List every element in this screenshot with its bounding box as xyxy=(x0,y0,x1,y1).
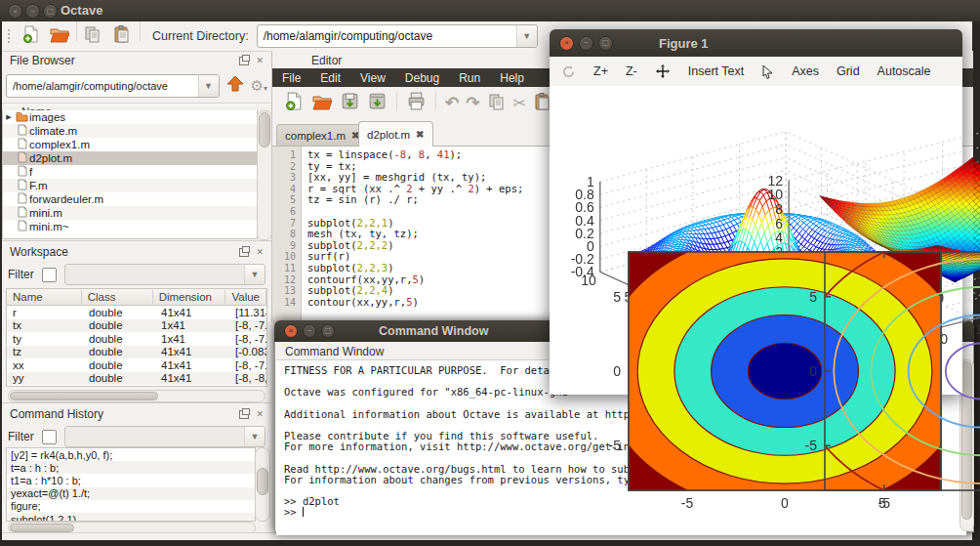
close-icon[interactable]: ✕ xyxy=(256,409,264,419)
new-script-icon[interactable] xyxy=(21,24,41,48)
cell: double xyxy=(83,333,155,345)
file-item[interactable]: mini.m xyxy=(3,206,257,220)
open-file-icon[interactable] xyxy=(49,24,70,48)
save-all-icon[interactable] xyxy=(367,91,388,115)
cursor-icon[interactable] xyxy=(761,64,774,79)
figure-window: × − ▢ Figure 1 Z+Z-Insert TextAxesGridAu… xyxy=(550,29,962,395)
table-row[interactable]: rdouble41x41[11.314 xyxy=(7,306,266,319)
rotate-icon[interactable] xyxy=(561,64,576,79)
table-row[interactable]: tzdouble41x41[-0.083 xyxy=(7,346,266,359)
minimize-icon[interactable]: − xyxy=(579,36,593,51)
close-icon[interactable]: × xyxy=(8,4,22,19)
line-number: 2 xyxy=(272,161,296,173)
history-filter-combobox[interactable]: ▼ xyxy=(64,426,265,447)
copy-icon[interactable] xyxy=(83,24,102,48)
chevron-down-icon[interactable]: ▼ xyxy=(516,25,537,47)
figure-tool-grid[interactable]: Grid xyxy=(837,64,860,78)
figure-tool-axes[interactable]: Axes xyxy=(792,64,819,78)
current-directory-combobox[interactable]: /home/alamgir/computing/octave ▼ xyxy=(257,24,538,48)
history-item[interactable]: figure; xyxy=(7,500,255,513)
history-item[interactable]: [y2] = rk4(a,b,h,y0, f); xyxy=(7,448,255,461)
menu-item-file[interactable]: File xyxy=(272,69,310,87)
file-list-scrollbar[interactable] xyxy=(257,110,272,240)
toolbar-handle[interactable] xyxy=(8,29,14,43)
chevron-down-icon[interactable]: ▼ xyxy=(198,75,219,97)
history-filter-checkbox[interactable] xyxy=(42,430,57,444)
file-icon xyxy=(15,151,29,165)
menu-item-view[interactable]: View xyxy=(350,69,395,87)
menu-item-edit[interactable]: Edit xyxy=(310,69,350,87)
command-window-title: Command Window xyxy=(379,324,488,338)
paste-icon[interactable] xyxy=(112,24,132,48)
history-vscrollbar[interactable] xyxy=(255,447,270,522)
contour-subplot[interactable] xyxy=(778,240,980,533)
table-row[interactable]: xxdouble41x41[-8, -7.6 xyxy=(7,358,266,372)
file-item[interactable]: d2plot.m xyxy=(3,151,257,165)
cut-icon[interactable]: ✂ xyxy=(513,94,526,112)
undo-icon[interactable]: ↶ xyxy=(445,93,459,113)
maximize-icon[interactable]: ▢ xyxy=(43,4,58,19)
maximize-icon[interactable]: ▢ xyxy=(598,36,613,51)
figure-tool-autoscale[interactable]: Autoscale xyxy=(878,64,931,78)
close-icon[interactable]: ✕ xyxy=(256,56,264,65)
text-cursor xyxy=(303,507,304,517)
column-header[interactable]: Class xyxy=(82,290,153,304)
maximize-icon[interactable]: ▢ xyxy=(321,324,335,338)
open-file-icon[interactable] xyxy=(311,92,333,115)
new-script-icon[interactable] xyxy=(284,91,305,115)
close-icon[interactable]: × xyxy=(284,324,298,338)
directory-up-icon[interactable] xyxy=(225,74,245,98)
column-header[interactable]: Name xyxy=(7,290,82,304)
pan-icon[interactable] xyxy=(655,63,671,79)
file-item[interactable]: forwardeuler.m xyxy=(3,192,257,206)
column-header[interactable]: Dimension xyxy=(153,290,226,304)
table-row[interactable]: yydouble41x41[-8, -8, - xyxy=(7,372,266,386)
close-icon[interactable]: × xyxy=(559,36,574,51)
history-item[interactable]: t=a : h : b; xyxy=(7,461,255,474)
toolbar-separator xyxy=(396,91,397,110)
menu-item-debug[interactable]: Debug xyxy=(395,69,449,87)
undock-icon[interactable] xyxy=(239,57,249,65)
menu-item-help[interactable]: Help xyxy=(490,69,534,87)
file-item[interactable]: climate.m xyxy=(3,124,257,138)
file-item[interactable]: mini.m~ xyxy=(3,220,257,233)
line-number: 6 xyxy=(272,206,296,218)
workspace-filter-combobox[interactable]: ▼ xyxy=(64,264,265,285)
file-icon xyxy=(15,192,29,206)
figure-tool-z-[interactable]: Z- xyxy=(626,64,637,78)
file-item[interactable]: f xyxy=(3,165,257,179)
column-header[interactable]: Value xyxy=(225,290,266,304)
tab-d2plot[interactable]: d2plot.m ✖ xyxy=(358,121,433,147)
workspace-filter-checkbox[interactable] xyxy=(42,268,57,282)
file-item[interactable]: complex1.m xyxy=(3,138,257,151)
history-item[interactable]: yexact=@(t) 1./t; xyxy=(7,487,255,500)
table-row[interactable]: tydouble1x41[-8, -7.6 xyxy=(7,332,266,346)
history-item[interactable]: subplot(1,2,1) xyxy=(7,513,255,522)
table-row[interactable]: txdouble1x41[-8, -7.6 xyxy=(7,319,266,333)
figure-tool-z+[interactable]: Z+ xyxy=(593,64,608,78)
settings-gear-icon[interactable]: ⚙▾ xyxy=(251,77,267,95)
file-item[interactable]: ▶images xyxy=(3,110,257,124)
workspace-hscrollbar[interactable] xyxy=(8,390,265,402)
redo-icon[interactable]: ↷ xyxy=(466,93,479,113)
minimize-icon[interactable]: − xyxy=(303,324,316,338)
cell: r xyxy=(7,307,83,318)
code-segment: ) + eps; xyxy=(474,183,524,194)
undock-icon[interactable] xyxy=(239,248,249,257)
figure-tool-insert-text[interactable]: Insert Text xyxy=(688,64,744,78)
expand-caret-icon[interactable]: ▶ xyxy=(3,113,15,121)
save-icon[interactable] xyxy=(340,91,360,115)
file-browser-path-combobox[interactable]: /home/alamgir/computing/octave ▼ xyxy=(6,74,220,98)
close-tab-icon[interactable]: ✖ xyxy=(416,129,424,140)
file-item[interactable]: F.m xyxy=(3,179,257,192)
close-icon[interactable]: ✕ xyxy=(256,247,264,257)
line-number: 3 xyxy=(272,172,296,184)
tab-complex1[interactable]: complex1.m ✖ xyxy=(276,124,368,146)
code-segment: 2,2,1 xyxy=(357,217,388,229)
print-icon[interactable] xyxy=(406,91,427,115)
undock-icon[interactable] xyxy=(239,410,249,419)
menu-item-run[interactable]: Run xyxy=(449,69,490,87)
history-item[interactable]: t1=a : h*10 : b; xyxy=(7,474,255,486)
minimize-icon[interactable]: − xyxy=(25,4,40,19)
copy-icon[interactable] xyxy=(487,92,507,115)
